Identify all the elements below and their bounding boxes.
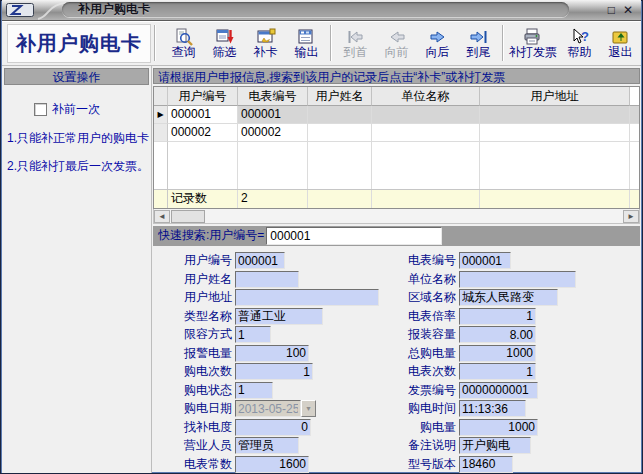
- exit-icon: [611, 27, 631, 46]
- current-row-marker: ▶: [154, 106, 168, 124]
- model-version-label: 型号版本: [394, 456, 459, 473]
- scroll-left-button[interactable]: ◄: [154, 210, 170, 223]
- record-count-value: 2: [238, 190, 308, 208]
- invoice-no-field[interactable]: [459, 382, 538, 399]
- type-name-field[interactable]: [235, 308, 323, 325]
- meter-ratio-label: 电表倍率: [394, 308, 459, 325]
- app-icon[interactable]: [6, 3, 34, 21]
- purchase-status-field[interactable]: [235, 382, 273, 399]
- go-previous-button: 向前: [376, 22, 417, 64]
- purchase-count-label: 购电次数: [152, 363, 235, 380]
- operator-field[interactable]: [235, 437, 299, 454]
- query-button[interactable]: 查询: [163, 22, 204, 64]
- go-next-button[interactable]: 向后: [417, 22, 458, 64]
- filter-icon: [215, 27, 235, 46]
- quick-search-input[interactable]: [266, 227, 442, 245]
- toolbar-separator: [154, 25, 156, 61]
- reissue-previous-checkbox[interactable]: [34, 103, 47, 116]
- row-sliver: [630, 106, 639, 124]
- window-title: 补用户购电卡: [62, 1, 150, 18]
- form-right-column: 电表编号 单位名称 区域名称 电表倍率 报装容量 总购电量 电表次数 发票编号 …: [394, 252, 641, 474]
- go-next-button-label: 向后: [426, 46, 450, 59]
- operator-label: 营业人员: [152, 437, 235, 454]
- cell-user-address: [480, 106, 630, 124]
- model-version-field[interactable]: [459, 456, 513, 473]
- type-name-label: 类型名称: [152, 308, 235, 325]
- output-button[interactable]: 输出: [286, 22, 327, 64]
- printer-icon: [523, 27, 543, 46]
- col-unit-name: 单位名称: [372, 87, 480, 106]
- row-marker: [154, 124, 168, 142]
- grid-horizontal-scrollbar[interactable]: ◄ ►: [153, 209, 640, 224]
- total-energy-label: 总购电量: [394, 345, 459, 362]
- help-button[interactable]: ? 帮助: [559, 22, 600, 64]
- meter-count-field[interactable]: [459, 363, 536, 380]
- query-icon: [174, 27, 194, 46]
- unit-name-field[interactable]: [459, 271, 576, 288]
- scroll-right-button[interactable]: ►: [623, 210, 639, 223]
- go-next-icon: [428, 27, 448, 46]
- titlebar[interactable]: 补用户购电卡 □ ✕: [2, 0, 641, 21]
- user-id-label: 用户编号: [152, 252, 235, 269]
- limit-mode-field[interactable]: [235, 326, 271, 343]
- exit-button[interactable]: 退出: [600, 22, 641, 64]
- grid-header: 用户编号 电表编号 用户姓名 单位名称 用户地址: [154, 87, 639, 106]
- purchase-count-field[interactable]: [235, 363, 313, 380]
- go-last-button[interactable]: 到尾: [458, 22, 499, 64]
- user-address-label: 用户地址: [152, 289, 235, 306]
- installed-capacity-field[interactable]: [459, 326, 536, 343]
- balance-energy-label: 找补电度: [152, 419, 235, 436]
- meter-constant-label: 电表常数: [152, 456, 235, 473]
- grid-header-sliver: [630, 87, 639, 106]
- exit-button-label: 退出: [609, 46, 633, 59]
- installed-capacity-label: 报装容量: [394, 326, 459, 343]
- col-user-id: 用户编号: [168, 87, 238, 106]
- go-previous-icon: [387, 27, 407, 46]
- toolbar-row: 补用户购电卡 查询 筛选 补卡 输出 到首: [2, 21, 641, 66]
- row-sliver: [630, 124, 639, 142]
- invoice-no-label: 发票编号: [394, 382, 459, 399]
- remark-label: 备注说明: [394, 437, 459, 454]
- meter-id-field[interactable]: [459, 252, 511, 269]
- user-id-field[interactable]: [235, 252, 285, 269]
- area-name-field[interactable]: [459, 289, 558, 306]
- grid-row-2[interactable]: 000002 000002: [154, 124, 639, 142]
- purchase-energy-field[interactable]: [459, 419, 538, 436]
- alarm-energy-field[interactable]: [235, 345, 309, 362]
- user-name-label: 用户姓名: [152, 271, 235, 288]
- cell-meter-id: 000002: [238, 124, 308, 142]
- close-button[interactable]: ✕: [623, 1, 633, 19]
- checkbox-row: 补前一次: [34, 101, 151, 118]
- meter-ratio-field[interactable]: [459, 308, 536, 325]
- remark-field[interactable]: [459, 437, 531, 454]
- app-window: 补用户购电卡 □ ✕ 补用户购电卡 查询 筛选 补卡 输出: [0, 0, 643, 474]
- sidebar-header: 设置操作: [4, 68, 149, 85]
- purchase-date-label: 购电日期: [152, 400, 235, 417]
- total-energy-field[interactable]: [459, 345, 536, 362]
- cell-unit-name: [372, 124, 480, 142]
- grid-empty-area: [154, 142, 639, 190]
- meter-constant-field[interactable]: [235, 456, 309, 473]
- user-name-field[interactable]: [235, 271, 299, 288]
- reprint-invoice-button[interactable]: 补打发票: [507, 22, 559, 64]
- grid-row-1[interactable]: ▶ 000001 000001: [154, 106, 639, 124]
- limit-mode-label: 限容方式: [152, 326, 235, 343]
- quick-search-bar: 快速搜索:用户编号=: [153, 226, 640, 246]
- go-previous-button-label: 向前: [385, 46, 409, 59]
- cell-meter-id: 000001: [238, 106, 308, 124]
- go-last-button-label: 到尾: [467, 46, 491, 59]
- scrollbar-thumb[interactable]: [171, 210, 205, 223]
- unit-name-label: 单位名称: [394, 271, 459, 288]
- replace-card-button-label: 补卡: [254, 46, 278, 59]
- replace-card-button[interactable]: 补卡: [245, 22, 286, 64]
- grid-footer: 记录数 2: [154, 189, 639, 208]
- reissue-previous-checkbox-label: 补前一次: [52, 101, 100, 118]
- filter-button-label: 筛选: [213, 46, 237, 59]
- cell-user-id: 000002: [168, 124, 238, 142]
- form-left-column: 用户编号 用户姓名 用户地址 类型名称 限容方式 报警电量 购电次数 购电状态 …: [152, 252, 394, 474]
- purchase-time-field[interactable]: [459, 400, 526, 417]
- user-address-field[interactable]: [235, 289, 379, 306]
- maximize-button[interactable]: □: [608, 1, 615, 19]
- filter-button[interactable]: 筛选: [204, 22, 245, 64]
- balance-energy-field[interactable]: [235, 419, 311, 436]
